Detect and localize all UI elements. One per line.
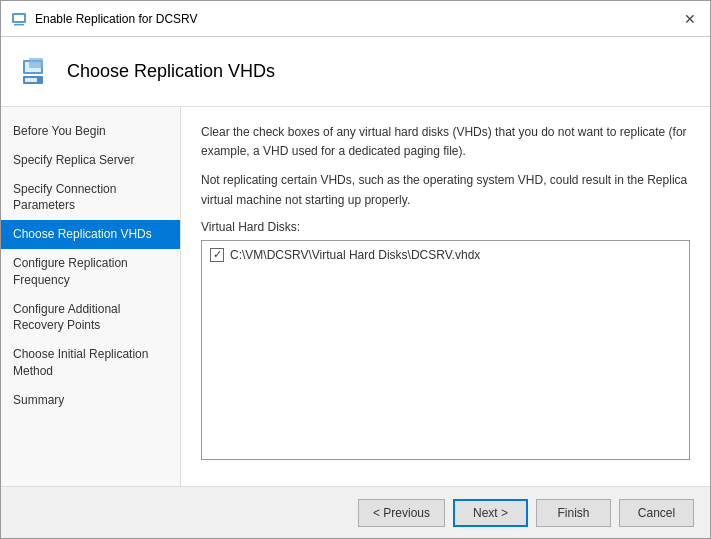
footer: < Previous Next > Finish Cancel bbox=[1, 486, 710, 538]
sidebar: Before You BeginSpecify Replica ServerSp… bbox=[1, 107, 181, 486]
title-bar-left: Enable Replication for DCSRV bbox=[11, 11, 198, 27]
vhd-list-item[interactable]: C:\VM\DCSRV\Virtual Hard Disks\DCSRV.vhd… bbox=[206, 245, 685, 265]
sidebar-item-configure-additional-recovery-points[interactable]: Configure Additional Recovery Points bbox=[1, 295, 180, 341]
sidebar-item-choose-replication-vhds[interactable]: Choose Replication VHDs bbox=[1, 220, 180, 249]
sidebar-item-specify-connection-parameters[interactable]: Specify Connection Parameters bbox=[1, 175, 180, 221]
svg-rect-1 bbox=[14, 15, 24, 21]
description-1: Clear the check boxes of any virtual har… bbox=[201, 123, 690, 161]
svg-rect-2 bbox=[14, 24, 24, 26]
cancel-button[interactable]: Cancel bbox=[619, 499, 694, 527]
next-button[interactable]: Next > bbox=[453, 499, 528, 527]
vhd-section-label: Virtual Hard Disks: bbox=[201, 220, 690, 234]
sidebar-item-configure-replication-frequency[interactable]: Configure Replication Frequency bbox=[1, 249, 180, 295]
sidebar-item-before-you-begin[interactable]: Before You Begin bbox=[1, 117, 180, 146]
window-title: Enable Replication for DCSRV bbox=[35, 12, 198, 26]
vhd-checkbox[interactable] bbox=[210, 248, 224, 262]
main-window: Enable Replication for DCSRV ✕ Choose Re… bbox=[0, 0, 711, 539]
window-icon bbox=[11, 11, 27, 27]
finish-button[interactable]: Finish bbox=[536, 499, 611, 527]
previous-button[interactable]: < Previous bbox=[358, 499, 445, 527]
sidebar-item-summary[interactable]: Summary bbox=[1, 386, 180, 415]
title-bar: Enable Replication for DCSRV ✕ bbox=[1, 1, 710, 37]
page-header: Choose Replication VHDs bbox=[1, 37, 710, 107]
content-area: Before You BeginSpecify Replica ServerSp… bbox=[1, 107, 710, 486]
sidebar-item-specify-replica-server[interactable]: Specify Replica Server bbox=[1, 146, 180, 175]
close-button[interactable]: ✕ bbox=[680, 9, 700, 29]
description-2: Not replicating certain VHDs, such as th… bbox=[201, 171, 690, 209]
svg-rect-7 bbox=[29, 58, 43, 68]
sidebar-item-choose-initial-replication-method[interactable]: Choose Initial Replication Method bbox=[1, 340, 180, 386]
page-title: Choose Replication VHDs bbox=[67, 61, 275, 82]
svg-rect-6 bbox=[25, 78, 37, 82]
vhd-path: C:\VM\DCSRV\Virtual Hard Disks\DCSRV.vhd… bbox=[230, 248, 480, 262]
main-panel: Clear the check boxes of any virtual har… bbox=[181, 107, 710, 486]
header-icon bbox=[21, 56, 53, 88]
vhd-list: C:\VM\DCSRV\Virtual Hard Disks\DCSRV.vhd… bbox=[201, 240, 690, 460]
